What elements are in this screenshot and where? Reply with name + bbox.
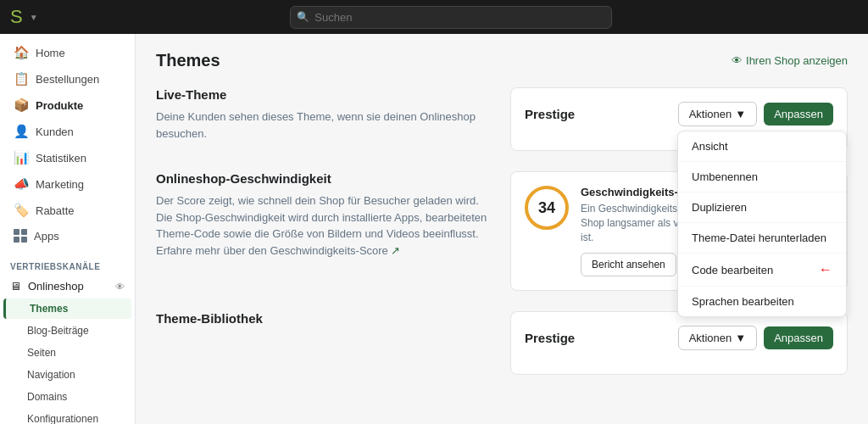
themes-label: Themes — [30, 303, 68, 315]
topbar: S ▼ 🔍 — [0, 0, 868, 34]
sidebar-sub-seiten[interactable]: Seiten — [3, 343, 131, 363]
library-title-area: Theme-Bibliothek — [156, 311, 493, 375]
topbar-chevron-icon: ▼ — [30, 13, 38, 22]
report-label: Bericht ansehen — [592, 259, 665, 271]
main-content: Themes 👁 Ihren Shop anzeigen Live-Theme … — [136, 34, 868, 424]
seiten-label: Seiten — [27, 347, 56, 359]
sidebar-item-kunden[interactable]: 👤 Kunden — [3, 119, 131, 144]
page-title: Themes — [156, 51, 220, 70]
library-chevron-icon: ▼ — [735, 332, 746, 344]
library-card-name: Prestige — [525, 331, 575, 345]
speed-desc-text: Der Score zeigt, wie schnell dein Shop f… — [156, 194, 487, 257]
library-aktionen-label: Aktionen — [689, 332, 732, 344]
domains-label: Domains — [27, 391, 67, 403]
sidebar-item-label: Kunden — [36, 126, 74, 138]
library-grid: Theme-Bibliothek Prestige Aktionen ▼ Anp… — [156, 311, 848, 375]
report-button[interactable]: Bericht ansehen — [581, 253, 676, 276]
sidebar-item-label: Apps — [34, 230, 59, 243]
aktionen-label: Aktionen — [689, 108, 732, 120]
dropdown-ansicht[interactable]: Ansicht — [678, 131, 846, 162]
sidebar-item-rabatte[interactable]: 🏷️ Rabatte — [3, 198, 131, 223]
view-store-label: Ihren Shop anzeigen — [746, 54, 848, 67]
library-prestige-card: Prestige Aktionen ▼ Anpassen — [510, 311, 848, 375]
search-icon: 🔍 — [297, 11, 309, 23]
red-arrow-code: ← — [819, 262, 832, 277]
speed-score-value: 34 — [538, 199, 555, 217]
library-card-actions: Aktionen ▼ Anpassen — [678, 326, 833, 350]
view-store-link[interactable]: 👁 Ihren Shop anzeigen — [732, 54, 848, 67]
home-icon: 🏠 — [14, 45, 29, 60]
apps-icon — [14, 229, 27, 243]
sidebar-item-marketing[interactable]: 📣 Marketing — [3, 171, 131, 197]
sidebar-item-label: Bestellungen — [36, 73, 99, 86]
products-icon: 📦 — [14, 98, 29, 113]
sidebar-item-label: Rabatte — [36, 204, 75, 217]
sidebar-item-label: Marketing — [36, 178, 84, 191]
speed-score-link[interactable]: ↗ — [391, 244, 400, 257]
dropdown-umbenennen[interactable]: Umbenennen — [678, 162, 846, 192]
sidebar-sub-blog[interactable]: Blog-Beiträge — [3, 321, 131, 341]
aktionen-dropdown: Ansicht Umbenennen Duplizieren Theme-Dat… — [677, 131, 847, 317]
dropdown-code-bearbeiten[interactable]: Code bearbeiten ← — [678, 254, 846, 287]
dropdown-theme-datei[interactable]: Theme-Datei herunterladen — [678, 223, 846, 254]
vertriebskanale-label: VERTRIEBSKANÄLE — [0, 254, 135, 275]
onlineshop-icon: 🖥 — [10, 280, 21, 293]
sidebar-item-produkte[interactable]: 📦 Produkte — [3, 92, 131, 118]
page-header: Themes 👁 Ihren Shop anzeigen — [156, 51, 848, 70]
sidebar-item-apps[interactable]: Apps — [3, 224, 131, 248]
blog-label: Blog-Beiträge — [27, 325, 89, 337]
aktionen-button[interactable]: Aktionen ▼ — [678, 102, 757, 126]
sidebar-item-bestellungen[interactable]: 📋 Bestellungen — [3, 66, 131, 92]
live-theme-description: Deine Kunden sehen dieses Theme, wenn si… — [156, 109, 493, 142]
anpassen-button[interactable]: Anpassen — [764, 103, 833, 126]
onlineshop-eye-icon: 👁 — [115, 282, 125, 292]
live-theme-section: Live-Theme Deine Kunden sehen dieses The… — [156, 87, 493, 151]
search-input[interactable] — [290, 6, 612, 29]
speed-description: Der Score zeigt, wie schnell dein Shop f… — [156, 192, 493, 259]
theme-card-header: Prestige Aktionen ▼ Anpassen — [525, 102, 833, 126]
marketing-icon: 📣 — [14, 176, 29, 192]
theme-name: Prestige — [525, 107, 575, 121]
sidebar-item-label: Statistiken — [36, 152, 86, 165]
speed-score-circle: 34 — [525, 186, 569, 230]
live-theme-title: Live-Theme — [156, 87, 493, 102]
topbar-search: 🔍 — [290, 6, 612, 29]
library-section: Theme-Bibliothek Prestige Aktionen ▼ Anp… — [156, 311, 848, 375]
chevron-down-icon: ▼ — [735, 108, 746, 120]
sidebar-sub-navigation[interactable]: Navigation — [3, 365, 131, 385]
library-card-header: Prestige Aktionen ▼ Anpassen — [525, 326, 833, 350]
library-anpassen-label: Anpassen — [774, 332, 823, 344]
speed-title: Onlineshop-Geschwindigkeit — [156, 171, 493, 186]
customers-icon: 👤 — [14, 124, 29, 139]
rabatte-icon: 🏷️ — [14, 203, 29, 218]
library-aktionen-button[interactable]: Aktionen ▼ — [678, 326, 757, 350]
konfigurationen-label: Konfigurationen — [27, 413, 98, 424]
sidebar-sub-domains[interactable]: Domains — [3, 387, 131, 407]
library-anpassen-button[interactable]: Anpassen — [764, 326, 833, 349]
library-title: Theme-Bibliothek — [156, 311, 493, 326]
navigation-label: Navigation — [27, 369, 75, 381]
prestige-card: Prestige Aktionen ▼ Anpassen Ansi — [510, 87, 848, 151]
eye-icon: 👁 — [732, 54, 743, 67]
sidebar-sub-themes[interactable]: Themes — [3, 298, 131, 319]
anpassen-label: Anpassen — [774, 108, 823, 120]
shopify-logo: S — [10, 6, 23, 28]
sidebar: 🏠 Home 📋 Bestellungen 📦 Produkte 👤 Kunde… — [0, 34, 136, 424]
sidebar-item-statistiken[interactable]: 📊 Statistiken — [3, 145, 131, 170]
dropdown-duplizieren[interactable]: Duplizieren — [678, 192, 846, 223]
orders-icon: 📋 — [14, 71, 29, 86]
dropdown-sprachen[interactable]: Sprachen bearbeiten — [678, 287, 846, 316]
speed-desc: Onlineshop-Geschwindigkeit Der Score zei… — [156, 171, 493, 291]
onlineshop-label: Onlineshop — [28, 280, 84, 293]
themes-grid: Live-Theme Deine Kunden sehen dieses The… — [156, 87, 848, 151]
theme-card-actions: Aktionen ▼ Anpassen — [678, 102, 833, 126]
sidebar-item-label: Produkte — [36, 99, 83, 112]
sidebar-main-section: 🏠 Home 📋 Bestellungen 📦 Produkte 👤 Kunde… — [0, 34, 135, 254]
stats-icon: 📊 — [14, 150, 29, 165]
sidebar-item-onlineshop[interactable]: 🖥 Onlineshop 👁 — [0, 275, 135, 298]
sidebar-sub-konfigurationen[interactable]: Konfigurationen — [3, 409, 131, 424]
sidebar-item-label: Home — [36, 47, 65, 59]
sidebar-item-home[interactable]: 🏠 Home — [3, 40, 131, 65]
